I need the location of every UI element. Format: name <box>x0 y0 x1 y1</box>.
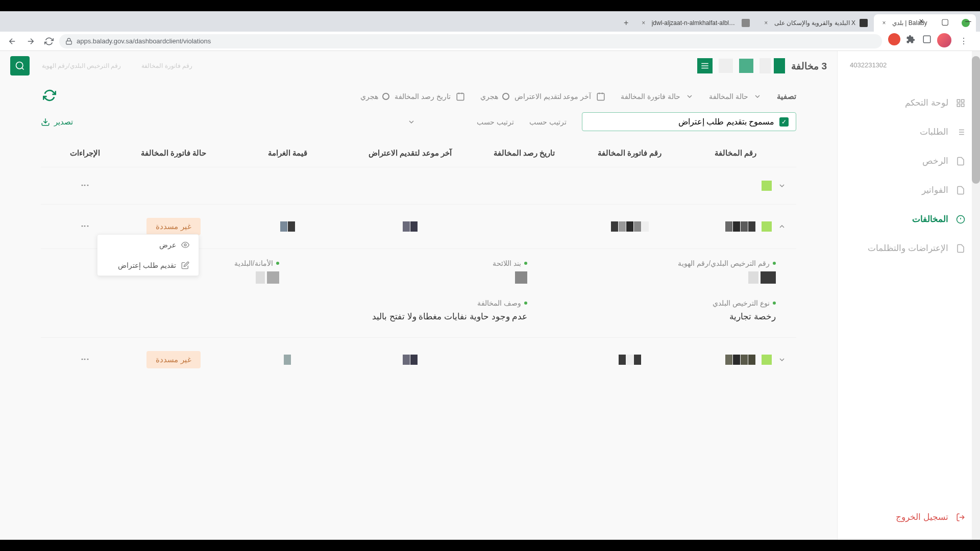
checkbox-checked-icon: ✓ <box>779 117 789 127</box>
back-button[interactable] <box>4 33 20 49</box>
redacted-value <box>611 221 649 232</box>
tab-title: البلدية والقروية والإسكان على X <box>774 19 855 27</box>
status-badge: غير مسددة <box>146 351 200 368</box>
expand-button[interactable] <box>778 356 786 364</box>
search-button[interactable] <box>10 56 30 76</box>
extensions-button[interactable] <box>904 33 917 45</box>
menu-item-objection[interactable]: تقديم طلب إعتراض <box>97 255 199 276</box>
refresh-button[interactable] <box>41 89 56 104</box>
export-button[interactable]: تصدير <box>41 117 73 127</box>
radio-icon[interactable] <box>382 93 389 100</box>
extension-icon[interactable] <box>921 33 933 45</box>
extension-icon[interactable] <box>888 33 900 45</box>
sort-label: ترتيب حسب <box>477 118 514 126</box>
redacted-value <box>284 355 291 365</box>
row-menu-button[interactable]: ⋮ <box>80 222 90 231</box>
browser-tab[interactable]: البلدية والقروية والإسكان على X × <box>756 14 874 32</box>
browser-menu-button[interactable]: ⋮ <box>955 33 972 49</box>
close-icon[interactable]: × <box>762 19 770 27</box>
status-filter[interactable]: حالة المخالفة <box>709 92 762 101</box>
filter-label: حالة فاتورة المخالفة <box>621 92 680 101</box>
sidebar-item-dashboard[interactable]: لوحة التحكم <box>838 90 980 115</box>
header-input[interactable]: رقم الترخيص البلدي/رقم الهوية <box>42 62 121 69</box>
detail-value: رخصة تجارية <box>558 311 776 322</box>
redacted-value <box>725 355 755 365</box>
redacted-value <box>403 221 418 232</box>
hijri-label: هجري <box>480 92 498 101</box>
scrollbar[interactable] <box>972 51 980 540</box>
menu-item-label: عرض <box>159 241 176 249</box>
sidebar: 4032231302 لوحة التحكم الطلبات الرخص الف… <box>837 51 980 540</box>
violation-count: 3 مخالفة <box>791 60 827 72</box>
collapse-button[interactable] <box>778 222 786 231</box>
minimize-button[interactable]: ─ <box>957 11 980 32</box>
date-to-filter[interactable]: تاريخ رصد المخالفة هجري <box>360 92 465 101</box>
document-icon <box>955 243 966 254</box>
svg-rect-3 <box>962 99 964 102</box>
menu-toggle-button[interactable] <box>697 58 713 73</box>
status-indicator-icon <box>762 355 772 365</box>
logout-label: تسجيل الخروج <box>896 512 948 522</box>
col-header: رقم المخالفة <box>684 148 786 158</box>
radio-icon[interactable] <box>502 93 509 100</box>
svg-line-12 <box>22 68 24 70</box>
address-bar: apps.balady.gov.sa/dashboardclient/viola… <box>0 32 980 51</box>
chevron-down-icon <box>407 118 415 126</box>
table-row: ⋮ <box>41 167 796 204</box>
logout-icon <box>955 512 966 522</box>
logout-button[interactable]: تسجيل الخروج <box>838 505 980 530</box>
redacted-value <box>403 355 418 365</box>
table-row: غير مسددة ⋮ عرض تقديم طلب إعتراض <box>41 204 796 248</box>
main-content: رقم فاتورة المخالفة رقم الترخيص البلدي/ر… <box>0 51 837 540</box>
menu-item-view[interactable]: عرض <box>97 235 199 255</box>
sort-label: ترتيب حسب <box>529 118 567 126</box>
redacted-value <box>619 355 641 365</box>
expand-button[interactable] <box>778 182 786 190</box>
browser-tab-strip: بلدي | Balady × البلدية والقروية والإسكا… <box>0 11 980 32</box>
maximize-button[interactable]: ▢ <box>933 11 957 32</box>
browser-tab[interactable]: jdwl-aljzaat-n-almkhalfat-albldya × <box>633 14 756 32</box>
reload-button[interactable] <box>41 33 57 49</box>
header-input[interactable]: رقم فاتورة المخالفة <box>141 62 192 69</box>
date-from-filter[interactable]: آخر موعد لتقديم الاعتراض هجري <box>480 92 606 101</box>
view-toggle-alt[interactable] <box>719 59 733 73</box>
invoice-status-filter[interactable]: حالة فاتورة المخالفة <box>621 92 694 101</box>
topbar: رقم فاتورة المخالفة رقم الترخيص البلدي/ر… <box>0 51 837 81</box>
status-indicator-icon <box>762 181 772 191</box>
list-icon <box>955 127 966 137</box>
calendar-icon <box>456 92 465 101</box>
col-header: قيمة الغرامة <box>229 148 347 158</box>
violations-table: رقم المخالفة رقم فاتورة المخالفة تاريخ ر… <box>0 139 837 382</box>
svg-rect-4 <box>957 104 960 106</box>
sidebar-item-invoices[interactable]: الفواتير <box>838 178 980 203</box>
table-row: غير مسددة ⋮ <box>41 337 796 382</box>
eye-icon <box>181 241 189 249</box>
allow-objection-checkbox[interactable]: ✓ مسموح بتقديم طلب إعتراض <box>582 112 796 131</box>
svg-rect-19 <box>598 93 605 101</box>
close-icon[interactable]: × <box>880 19 888 27</box>
chevron-down-icon <box>753 92 762 101</box>
sort-select[interactable]: ترتيب حسب <box>407 118 514 126</box>
sidebar-item-violations[interactable]: المخالفات <box>838 207 980 232</box>
row-actions-menu: عرض تقديم طلب إعتراض <box>97 234 199 276</box>
url-input[interactable]: apps.balady.gov.sa/dashboardclient/viola… <box>59 34 882 48</box>
export-label: تصدير <box>54 117 73 127</box>
sidebar-item-label: الطلبات <box>920 127 948 137</box>
table-header-row: رقم المخالفة رقم فاتورة المخالفة تاريخ ر… <box>41 139 796 167</box>
sidebar-item-objections[interactable]: الإعتراضات والتظلمات <box>838 236 980 261</box>
forward-button[interactable] <box>22 33 39 49</box>
scroll-thumb[interactable] <box>972 56 980 184</box>
favicon-icon <box>742 19 750 27</box>
sidebar-item-requests[interactable]: الطلبات <box>838 119 980 144</box>
close-window-button[interactable]: × <box>910 11 933 32</box>
view-toggle[interactable] <box>760 58 785 73</box>
view-toggle-alt[interactable] <box>739 59 753 73</box>
filter-bar: تاريخ رصد المخالفة هجري آخر موعد لتقديم … <box>0 81 837 108</box>
profile-avatar[interactable] <box>937 33 951 47</box>
close-icon[interactable]: × <box>640 19 648 27</box>
row-menu-button[interactable]: ⋮ <box>80 355 90 364</box>
sidebar-item-licenses[interactable]: الرخص <box>838 148 980 173</box>
row-menu-button[interactable]: ⋮ <box>80 181 90 190</box>
new-tab-button[interactable]: + <box>619 16 633 30</box>
lock-icon <box>65 38 72 45</box>
